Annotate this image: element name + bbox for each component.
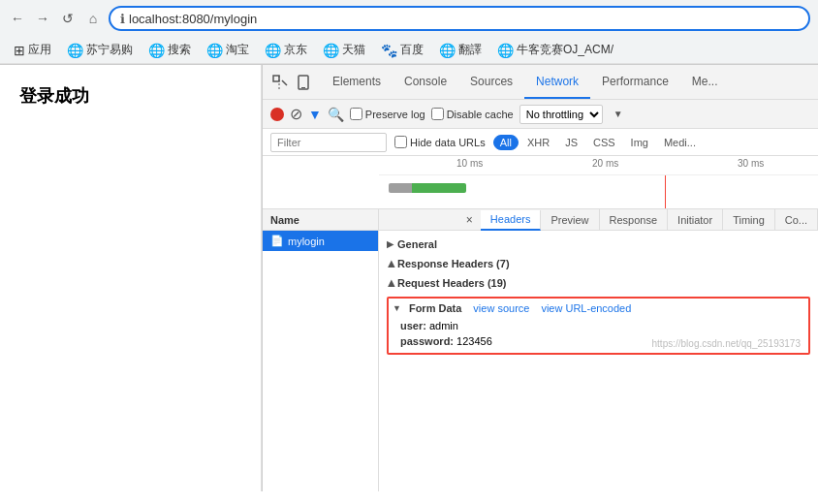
filter-input[interactable] bbox=[270, 133, 387, 152]
bookmark-baidu[interactable]: 🐾 百度 bbox=[375, 40, 429, 60]
tab-sources[interactable]: Sources bbox=[458, 65, 524, 99]
detail-tab-response[interactable]: Response bbox=[600, 209, 669, 230]
tick-20ms: 20 ms bbox=[592, 158, 618, 169]
bookmark-label: 百度 bbox=[400, 42, 424, 58]
mobile-icon[interactable] bbox=[294, 73, 313, 92]
name-column: Name 📄 mylogin bbox=[263, 209, 379, 491]
timeline-ruler: 10 ms 20 ms 30 ms 4... bbox=[379, 156, 818, 175]
throttle-select[interactable]: No throttling Fast 3G Slow 3G bbox=[519, 105, 603, 124]
tab-console[interactable]: Console bbox=[393, 65, 458, 99]
detail-tab-initiator[interactable]: Initiator bbox=[668, 209, 723, 230]
globe-icon: 🌐 bbox=[439, 43, 456, 58]
hide-urls-input[interactable] bbox=[394, 136, 407, 148]
search-icon[interactable]: 🔍 bbox=[328, 107, 344, 122]
throttle-arrow-icon[interactable]: ▼ bbox=[609, 105, 628, 124]
login-success-text: 登录成功 bbox=[19, 84, 241, 108]
globe-icon: 🌐 bbox=[497, 43, 514, 58]
inspect-icon[interactable] bbox=[270, 73, 290, 92]
response-headers-section-header[interactable]: ▶ Response Headers (7) bbox=[379, 254, 818, 273]
disable-cache-label: Disable cache bbox=[447, 109, 514, 120]
general-section-label: General bbox=[397, 238, 437, 250]
user-field-value: admin bbox=[429, 320, 458, 331]
filter-img-button[interactable]: Img bbox=[624, 135, 655, 150]
detail-tab-co[interactable]: Co... bbox=[775, 209, 818, 230]
address-bar[interactable]: ℹ localhost:8080/mylogin bbox=[109, 6, 810, 31]
detail-tab-preview[interactable]: Preview bbox=[541, 209, 599, 230]
form-data-title: Form Data bbox=[409, 302, 461, 314]
tab-performance[interactable]: Performance bbox=[590, 65, 680, 99]
devtools-icons bbox=[270, 73, 313, 92]
bookmark-label: 淘宝 bbox=[226, 42, 249, 58]
globe-icon: 🌐 bbox=[67, 43, 83, 58]
filter-media-button[interactable]: Medi... bbox=[657, 135, 703, 150]
watermark-text: https://blog.csdn.net/qq_25193173 bbox=[652, 338, 801, 349]
devtools-tabs: Elements Console Sources Network Perform… bbox=[321, 65, 729, 99]
request-name: mylogin bbox=[288, 236, 325, 247]
tab-elements[interactable]: Elements bbox=[321, 65, 393, 99]
request-headers-arrow-icon: ▶ bbox=[386, 280, 395, 287]
password-field-value: 123456 bbox=[456, 335, 492, 347]
request-headers-section-header[interactable]: ▶ Request Headers (19) bbox=[379, 273, 818, 293]
general-section-header[interactable]: ▶ General bbox=[379, 235, 818, 254]
bookmark-jd[interactable]: 🌐 京东 bbox=[259, 40, 313, 60]
tab-more[interactable]: Me... bbox=[680, 65, 730, 99]
bookmark-taobao[interactable]: 🌐 淘宝 bbox=[201, 40, 255, 60]
view-url-encoded-link[interactable]: view URL-encoded bbox=[541, 302, 631, 314]
filter-xhr-button[interactable]: XHR bbox=[520, 135, 556, 150]
disable-cache-input[interactable] bbox=[431, 108, 444, 120]
disable-cache-checkbox[interactable]: Disable cache bbox=[431, 108, 514, 120]
name-column-header: Name bbox=[263, 209, 378, 231]
file-icon: 📄 bbox=[270, 235, 284, 247]
filter-js-button[interactable]: JS bbox=[558, 135, 584, 150]
filter-icon[interactable]: ▼ bbox=[308, 107, 322, 122]
filter-all-button[interactable]: All bbox=[493, 135, 519, 150]
form-field-user: user: admin bbox=[393, 318, 804, 333]
bookmark-label: 京东 bbox=[284, 42, 307, 58]
home-button[interactable]: ⌂ bbox=[83, 9, 103, 28]
request-headers-section-label: Request Headers (19) bbox=[397, 277, 507, 289]
preserve-log-input[interactable] bbox=[350, 108, 362, 120]
bookmark-label: 应用 bbox=[28, 42, 51, 58]
tab-network[interactable]: Network bbox=[524, 65, 590, 99]
bookmark-label: 翻譯 bbox=[458, 42, 482, 58]
bookmark-tianmao[interactable]: 🌐 天猫 bbox=[317, 40, 371, 60]
bookmark-apps[interactable]: ⊞ 应用 bbox=[8, 40, 57, 60]
user-field-name: user: bbox=[400, 320, 429, 331]
hide-urls-checkbox[interactable]: Hide data URLs bbox=[394, 136, 486, 148]
globe-icon: 🌐 bbox=[148, 43, 165, 58]
detail-tab-timing[interactable]: Timing bbox=[723, 209, 775, 230]
forward-button[interactable]: → bbox=[33, 9, 52, 28]
apps-icon: ⊞ bbox=[14, 43, 25, 58]
bookmark-search[interactable]: 🌐 搜索 bbox=[142, 40, 197, 60]
clear-button[interactable]: ⊘ bbox=[290, 105, 302, 123]
bookmark-label: 牛客竞赛OJ_ACM/ bbox=[517, 42, 614, 58]
timeline-area: 10 ms 20 ms 30 ms 4... bbox=[263, 156, 818, 209]
bookmark-translate[interactable]: 🌐 翻譯 bbox=[433, 40, 488, 60]
timeline-bar-area bbox=[379, 175, 818, 209]
network-table: Name 📄 mylogin × Headers Preview Respons… bbox=[263, 209, 818, 491]
reload-button[interactable]: ↺ bbox=[58, 9, 78, 28]
bookmark-niuke[interactable]: 🌐 牛客竞赛OJ_ACM/ bbox=[491, 40, 619, 60]
devtools-panel: Elements Console Sources Network Perform… bbox=[262, 65, 818, 491]
preserve-log-checkbox[interactable]: Preserve log bbox=[350, 108, 425, 120]
detail-tab-headers[interactable]: Headers bbox=[481, 210, 542, 231]
preserve-log-label: Preserve log bbox=[365, 109, 425, 120]
form-data-arrow-icon: ▼ bbox=[393, 303, 401, 313]
record-button[interactable] bbox=[270, 108, 284, 121]
hide-urls-label: Hide data URLs bbox=[410, 137, 486, 148]
view-source-link[interactable]: view source bbox=[473, 302, 529, 314]
tick-10ms: 10 ms bbox=[456, 158, 483, 169]
bookmark-suning[interactable]: 🌐 苏宁易购 bbox=[61, 40, 139, 60]
bookmark-label: 搜索 bbox=[168, 42, 191, 58]
detail-tabs: × Headers Preview Response Initiator Tim… bbox=[379, 209, 818, 231]
detail-close-button[interactable]: × bbox=[458, 213, 481, 227]
request-row-mylogin[interactable]: 📄 mylogin bbox=[263, 231, 378, 251]
filter-css-button[interactable]: CSS bbox=[586, 135, 622, 150]
timeline-request-bar bbox=[389, 183, 466, 193]
back-button[interactable]: ← bbox=[8, 9, 27, 28]
timeline-marker-line bbox=[665, 175, 666, 209]
devtools-toolbar: ⊘ ▼ 🔍 Preserve log Disable cache No thro… bbox=[263, 100, 818, 129]
bookmarks-bar: ⊞ 应用 🌐 苏宁易购 🌐 搜索 🌐 淘宝 🌐 京东 🌐 天猫 🐾 百度 🌐 bbox=[0, 37, 818, 64]
protocol-icon: ℹ bbox=[120, 12, 125, 26]
filter-type-buttons: All XHR JS CSS Img Medi... bbox=[493, 135, 703, 150]
